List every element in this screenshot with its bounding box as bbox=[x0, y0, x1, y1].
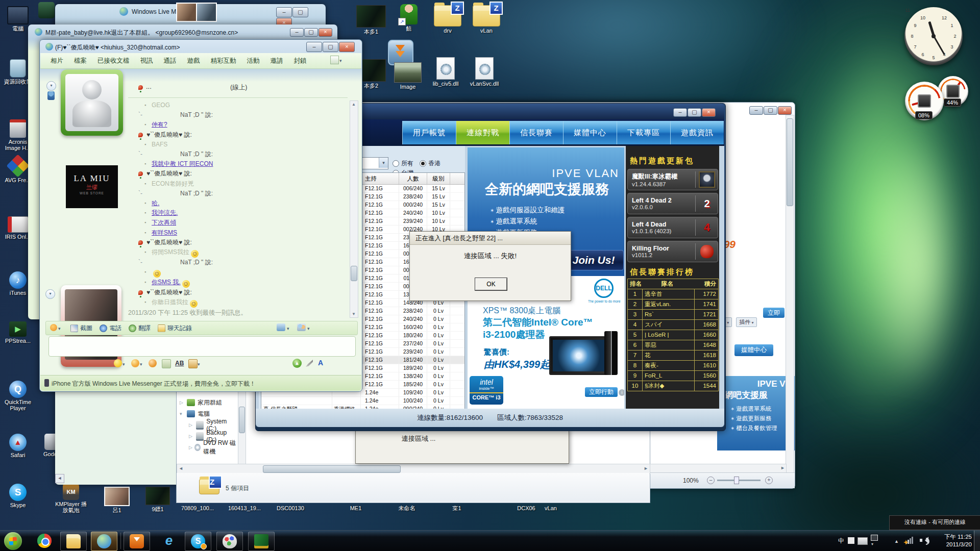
maximize-button[interactable]: ▢ bbox=[304, 28, 318, 37]
desktop-icon-image[interactable]: Image bbox=[390, 62, 426, 90]
chat-message[interactable]: 你聽日搵我拉☺ bbox=[128, 297, 350, 308]
desktop-icon-file3[interactable]: 70809_100... bbox=[180, 504, 215, 511]
taskbar-explorer[interactable] bbox=[60, 532, 87, 551]
taskbar-skype[interactable]: S bbox=[185, 532, 211, 551]
voice-clip-icon[interactable]: ▲ bbox=[292, 359, 302, 368]
browser-window-controls[interactable]: –▢× bbox=[749, 105, 792, 115]
display-picture-1[interactable] bbox=[176, 3, 197, 22]
tree-item[interactable]: ▷DVD RW 磁碟機 bbox=[180, 442, 238, 453]
close-button[interactable]: × bbox=[339, 42, 355, 52]
chevron-down-icon[interactable]: ▾ bbox=[198, 362, 200, 367]
collapse-my-avatar-button[interactable]: ▾ bbox=[45, 289, 55, 299]
chat-message[interactable]: ☺ bbox=[128, 267, 350, 278]
chat-message[interactable]: ♥``傻瓜曉曉♥ 說: bbox=[128, 288, 350, 297]
chat-message[interactable]: ♥``傻瓜曉曉♥ 說: bbox=[128, 238, 350, 247]
layout-grid-icon[interactable] bbox=[330, 56, 339, 64]
join-us-button[interactable]: Join Us! bbox=[564, 250, 624, 270]
expander-icon[interactable]: ▷ bbox=[180, 400, 187, 405]
message-input[interactable] bbox=[48, 336, 356, 357]
close-button[interactable]: × bbox=[778, 106, 792, 115]
update-card[interactable]: 魔獸III:寒冰霸權v1.24.4.6387 bbox=[627, 169, 718, 190]
explorer-folder-tree[interactable]: ▷家用群組▾電腦▷System (C:)▷Backup (D:)▷DVD RW … bbox=[180, 397, 238, 453]
desktop-icon-file8[interactable]: 寀1 bbox=[439, 504, 475, 511]
tree-item[interactable]: ▷家用群組 bbox=[180, 397, 238, 408]
text-mode-icon[interactable]: A bbox=[318, 359, 323, 367]
ime-mode-icon[interactable] bbox=[848, 537, 854, 544]
desktop-icon-folder-drv[interactable]: drv bbox=[430, 5, 465, 34]
menu-item[interactable]: 精彩互動 bbox=[211, 57, 236, 65]
group-window-controls[interactable]: –▢× bbox=[289, 27, 332, 37]
network-status-icon[interactable] bbox=[905, 537, 914, 544]
taskbar-vlan[interactable] bbox=[248, 532, 275, 551]
zoom-slider-handle[interactable] bbox=[734, 477, 739, 484]
chat-message[interactable]: 我沖涼先. bbox=[128, 208, 350, 218]
nudge-icon[interactable] bbox=[162, 359, 171, 368]
chat-message[interactable]: 仲有? bbox=[128, 120, 350, 130]
desktop-icon-wc-map1[interactable]: 本多1 bbox=[353, 5, 389, 35]
desktop-icon-file4[interactable]: 160413_19... bbox=[227, 504, 262, 511]
desktop-icon-file10[interactable]: vLan bbox=[533, 504, 569, 511]
chat-message[interactable]: NaT ;D " 說: bbox=[128, 258, 350, 267]
game-update-cards[interactable]: 魔獸III:寒冰霸權v1.24.4.6387Left 4 Dead 2v2.0.… bbox=[627, 169, 718, 265]
maximize-button[interactable]: ▢ bbox=[323, 42, 338, 52]
maximize-button[interactable]: ▢ bbox=[764, 106, 777, 115]
desktop-icon-file7[interactable]: 未命名 bbox=[389, 504, 425, 511]
region-radio[interactable]: 香港 bbox=[420, 159, 440, 168]
desktop-icon-file6[interactable]: ME1 bbox=[338, 504, 374, 511]
column-host[interactable]: 主持 bbox=[361, 173, 399, 184]
game-tabs[interactable]: 用戶帳號連線對戰信長聯賽媒體中心下載專區遊戲資訊 bbox=[402, 121, 724, 144]
chat-message[interactable]: 我就中教 ICT 同ECON bbox=[128, 159, 350, 169]
info-icon[interactable]: i bbox=[619, 389, 624, 396]
toolbar-chip[interactable]: 插件 bbox=[736, 317, 756, 327]
update-card[interactable]: Left 4 Deadv1.0.1.6 (4023) bbox=[627, 217, 718, 238]
cpu-gauge[interactable]: 08% bbox=[905, 82, 944, 120]
smiley-picker-icon[interactable] bbox=[114, 359, 122, 367]
emoticon-animated-icon[interactable] bbox=[149, 359, 157, 367]
scrollbar-thumb[interactable] bbox=[351, 266, 357, 281]
horizontal-scrollbar[interactable]: ◄ ► bbox=[177, 464, 650, 474]
game-tab[interactable]: 連線對戰 bbox=[456, 121, 509, 144]
invite-icon[interactable] bbox=[297, 323, 306, 331]
ad-text[interactable]: iPhone 官方版 Windows Live Messenger 正式登場，費… bbox=[52, 380, 256, 388]
vertical-scrollbar[interactable] bbox=[786, 115, 794, 473]
maximize-button[interactable]: ▢ bbox=[688, 108, 701, 117]
clock[interactable]: 下午 11:25 2011/3/20 bbox=[934, 533, 972, 549]
chat-message[interactable]: ECON老師好兇 bbox=[128, 179, 350, 189]
minimize-button[interactable]: – bbox=[306, 42, 322, 52]
update-card[interactable]: Left 4 Dead 2v2.0.6.0 bbox=[627, 193, 718, 214]
chat-message[interactable]: GEOG bbox=[128, 101, 350, 110]
menu-item[interactable]: 封鎖 bbox=[294, 57, 307, 65]
contact-avatar-frame[interactable] bbox=[61, 69, 123, 136]
zoom-out-icon[interactable]: – bbox=[707, 477, 715, 484]
taskbar-ie[interactable]: e bbox=[156, 532, 182, 550]
menu-item[interactable]: 遊戲 bbox=[187, 57, 200, 65]
show-desktop-button[interactable] bbox=[974, 531, 980, 551]
minimize-button[interactable]: – bbox=[276, 7, 292, 17]
chat-message[interactable]: 下次再傾 bbox=[128, 218, 350, 228]
chat-message[interactable]: 有咩SMS bbox=[128, 228, 350, 238]
minimize-button[interactable]: – bbox=[673, 108, 687, 117]
game-tab[interactable]: 下載專區 bbox=[617, 121, 670, 144]
keyboard-layout-icon[interactable] bbox=[857, 537, 868, 545]
media-center-button[interactable]: 媒體中心 bbox=[734, 344, 773, 356]
lamiu-ad[interactable]: LA MIU 兰缪 WEB STORE bbox=[66, 165, 118, 208]
minimize-button[interactable]: – bbox=[749, 106, 763, 115]
game-window-controls[interactable]: –▢× bbox=[673, 107, 716, 117]
scroll-right-arrow[interactable]: ► bbox=[644, 466, 648, 471]
scrollbar-thumb[interactable] bbox=[263, 465, 401, 473]
flower-icon[interactable] bbox=[50, 324, 57, 331]
background-picker-icon[interactable] bbox=[188, 359, 198, 368]
start-button[interactable] bbox=[4, 532, 22, 550]
chevron-down-icon[interactable]: ▾ bbox=[122, 362, 125, 367]
toolbar-button[interactable]: 翻譯 bbox=[129, 324, 151, 333]
scroll-up-arrow[interactable]: ▲ bbox=[352, 102, 356, 107]
buy-now-button[interactable]: 立即 bbox=[763, 308, 785, 318]
expander-icon[interactable]: ▷ bbox=[189, 445, 194, 450]
region-radio[interactable]: 所有 bbox=[393, 159, 413, 168]
server-row[interactable]: 1.24e100/2400 Lv bbox=[261, 397, 464, 405]
expander-icon[interactable]: ▷ bbox=[189, 422, 196, 428]
show-hidden-icons-arrow[interactable]: ▲ bbox=[894, 539, 899, 544]
dialog-titlebar[interactable]: 正在進入 [真·信長之野望 22] ... bbox=[410, 232, 571, 245]
menu-item[interactable]: 檔案 bbox=[74, 57, 87, 65]
games-icon[interactable] bbox=[277, 323, 285, 331]
